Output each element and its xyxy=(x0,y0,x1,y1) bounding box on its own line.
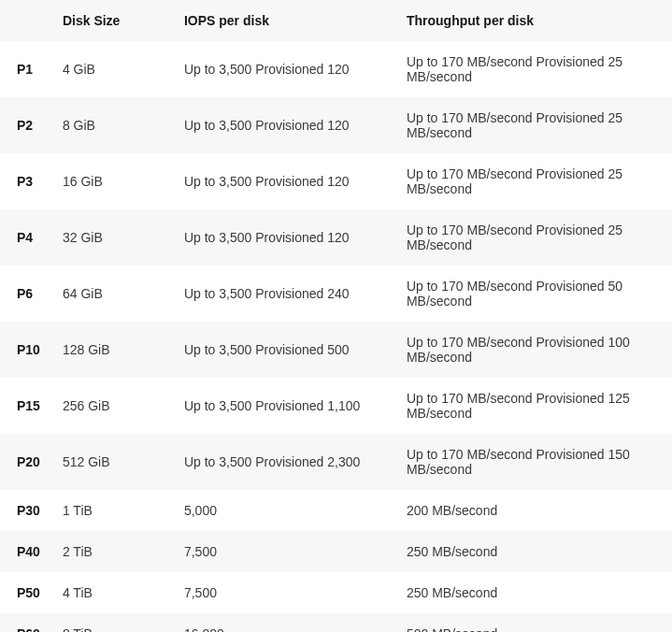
cell-name: P4 xyxy=(0,209,50,266)
table-row: P664 GiBUp to 3,500 Provisioned 240Up to… xyxy=(0,266,672,322)
cell-throughput: Up to 170 MB/second Provisioned 100 MB/s… xyxy=(393,322,672,378)
cell-throughput: Up to 170 MB/second Provisioned 25 MB/se… xyxy=(393,153,672,209)
table-row: P301 TiB5,000200 MB/second xyxy=(0,490,672,531)
cell-size: 256 GiB xyxy=(50,378,171,434)
cell-iops: 5,000 xyxy=(171,490,393,531)
cell-iops: Up to 3,500 Provisioned 1,100 xyxy=(171,378,393,434)
cell-throughput: 200 MB/second xyxy=(393,490,672,531)
cell-size: 32 GiB xyxy=(50,209,171,266)
table-row: P504 TiB7,500250 MB/second xyxy=(0,572,672,613)
table-header-row: Disk Size IOPS per disk Throughput per d… xyxy=(0,0,672,41)
cell-size: 64 GiB xyxy=(50,266,171,322)
table-row: P432 GiBUp to 3,500 Provisioned 120Up to… xyxy=(0,209,672,266)
table-row: P10128 GiBUp to 3,500 Provisioned 500Up … xyxy=(0,322,672,378)
cell-size: 128 GiB xyxy=(50,322,171,378)
cell-name: P10 xyxy=(0,322,50,378)
cell-iops: Up to 3,500 Provisioned 120 xyxy=(171,153,393,209)
cell-name: P3 xyxy=(0,153,50,209)
cell-throughput: Up to 170 MB/second Provisioned 25 MB/se… xyxy=(393,209,672,266)
table-row: P20512 GiBUp to 3,500 Provisioned 2,300U… xyxy=(0,434,672,490)
disk-sku-table: Disk Size IOPS per disk Throughput per d… xyxy=(0,0,672,632)
table-row: P14 GiBUp to 3,500 Provisioned 120Up to … xyxy=(0,41,672,97)
cell-throughput: Up to 170 MB/second Provisioned 150 MB/s… xyxy=(393,434,672,490)
cell-name: P20 xyxy=(0,434,50,490)
cell-throughput: Up to 170 MB/second Provisioned 25 MB/se… xyxy=(393,41,672,97)
cell-size: 8 TiB xyxy=(50,613,171,632)
cell-name: P40 xyxy=(0,531,50,572)
table-row: P15256 GiBUp to 3,500 Provisioned 1,100U… xyxy=(0,378,672,434)
cell-size: 2 TiB xyxy=(50,531,171,572)
cell-name: P15 xyxy=(0,378,50,434)
cell-iops: 7,500 xyxy=(171,572,393,613)
cell-name: P6 xyxy=(0,266,50,322)
col-header-throughput: Throughput per disk xyxy=(393,0,672,41)
cell-name: P1 xyxy=(0,41,50,97)
cell-iops: Up to 3,500 Provisioned 120 xyxy=(171,41,393,97)
col-header-name xyxy=(0,0,50,41)
cell-iops: 7,500 xyxy=(171,531,393,572)
cell-throughput: 250 MB/second xyxy=(393,531,672,572)
cell-size: 512 GiB xyxy=(50,434,171,490)
cell-name: P60 xyxy=(0,613,50,632)
cell-iops: 16,000 xyxy=(171,613,393,632)
cell-iops: Up to 3,500 Provisioned 2,300 xyxy=(171,434,393,490)
cell-throughput: Up to 170 MB/second Provisioned 25 MB/se… xyxy=(393,97,672,153)
cell-throughput: Up to 170 MB/second Provisioned 125 MB/s… xyxy=(393,378,672,434)
cell-iops: Up to 3,500 Provisioned 120 xyxy=(171,97,393,153)
table-row: P608 TiB16,000500 MB/second xyxy=(0,613,672,632)
col-header-iops: IOPS per disk xyxy=(171,0,393,41)
cell-size: 1 TiB xyxy=(50,490,171,531)
cell-throughput: Up to 170 MB/second Provisioned 50 MB/se… xyxy=(393,266,672,322)
table-row: P402 TiB7,500250 MB/second xyxy=(0,531,672,572)
cell-throughput: 500 MB/second xyxy=(393,613,672,632)
cell-iops: Up to 3,500 Provisioned 240 xyxy=(171,266,393,322)
cell-size: 4 GiB xyxy=(50,41,171,97)
cell-name: P30 xyxy=(0,490,50,531)
cell-iops: Up to 3,500 Provisioned 120 xyxy=(171,209,393,266)
table-row: P28 GiBUp to 3,500 Provisioned 120Up to … xyxy=(0,97,672,153)
cell-throughput: 250 MB/second xyxy=(393,572,672,613)
cell-iops: Up to 3,500 Provisioned 500 xyxy=(171,322,393,378)
cell-size: 16 GiB xyxy=(50,153,171,209)
cell-name: P2 xyxy=(0,97,50,153)
cell-name: P50 xyxy=(0,572,50,613)
cell-size: 4 TiB xyxy=(50,572,171,613)
col-header-size: Disk Size xyxy=(50,0,171,41)
cell-size: 8 GiB xyxy=(50,97,171,153)
table-row: P316 GiBUp to 3,500 Provisioned 120Up to… xyxy=(0,153,672,209)
